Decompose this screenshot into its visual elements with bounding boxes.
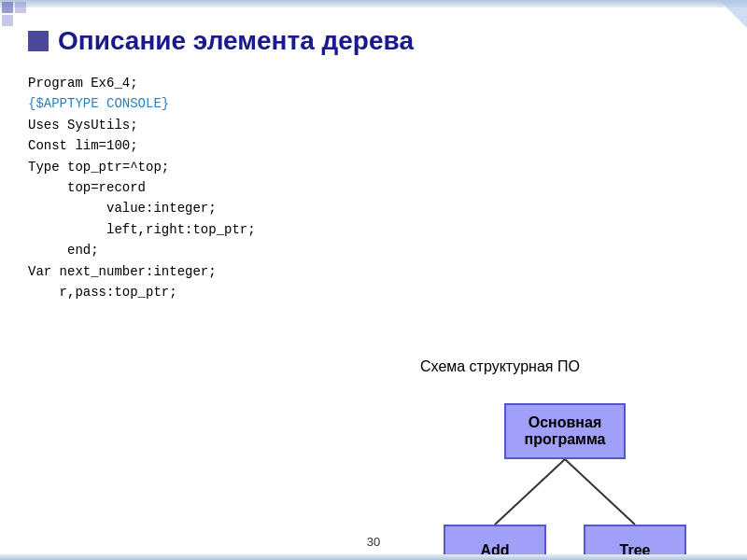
page-number: 30 xyxy=(0,535,747,549)
code-line-6: top=record xyxy=(28,177,420,198)
top-bar xyxy=(0,0,747,7)
title-icon xyxy=(28,31,49,51)
root-label: Основнаяпрограмма xyxy=(525,414,606,448)
tree-box-root: Основнаяпрограмма xyxy=(504,403,626,459)
bottom-bar xyxy=(0,554,747,560)
code-line-7: value:integer; xyxy=(28,198,420,218)
slide-title: Описание элемента дерева xyxy=(28,26,719,56)
code-line-3: Uses SysUtils; xyxy=(28,115,420,135)
code-line-11: r,pass:top_ptr; xyxy=(28,282,420,302)
code-line-2: {$APPTYPE CONSOLE} xyxy=(28,93,420,114)
code-line-5: Type top_ptr=^top; xyxy=(28,157,420,177)
title-text: Описание элемента дерева xyxy=(58,26,414,56)
diagram-title: Схема структурная ПО xyxy=(411,358,719,375)
svg-line-5 xyxy=(565,459,635,525)
diagram-area: Схема структурная ПО Основнаяпрограмма A… xyxy=(411,302,719,560)
svg-line-4 xyxy=(495,459,565,525)
code-line-1: Program Ex6_4; xyxy=(28,73,420,93)
slide-content: Описание элемента дерева Program Ex6_4; … xyxy=(0,7,747,560)
code-line-9: end; xyxy=(28,240,420,260)
code-line-4: Const lim=100; xyxy=(28,135,420,156)
code-line-10: Var next_number:integer; xyxy=(28,261,420,282)
code-block: Program Ex6_4; {$APPTYPE CONSOLE} Uses S… xyxy=(28,73,420,302)
code-line-8: left,right:top_ptr; xyxy=(28,219,420,240)
